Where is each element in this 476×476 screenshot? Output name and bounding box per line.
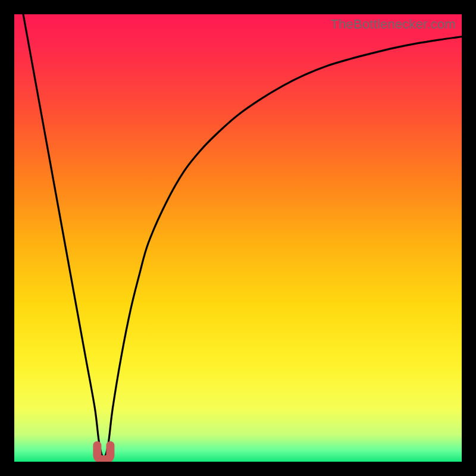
bottleneck-curve <box>23 14 462 457</box>
watermark-text: TheBottlenecker.com <box>331 17 456 32</box>
chart-frame: TheBottlenecker.com <box>14 14 462 462</box>
plot-area: TheBottlenecker.com <box>14 14 462 462</box>
curve-layer <box>14 14 462 462</box>
min-marker <box>97 445 110 459</box>
